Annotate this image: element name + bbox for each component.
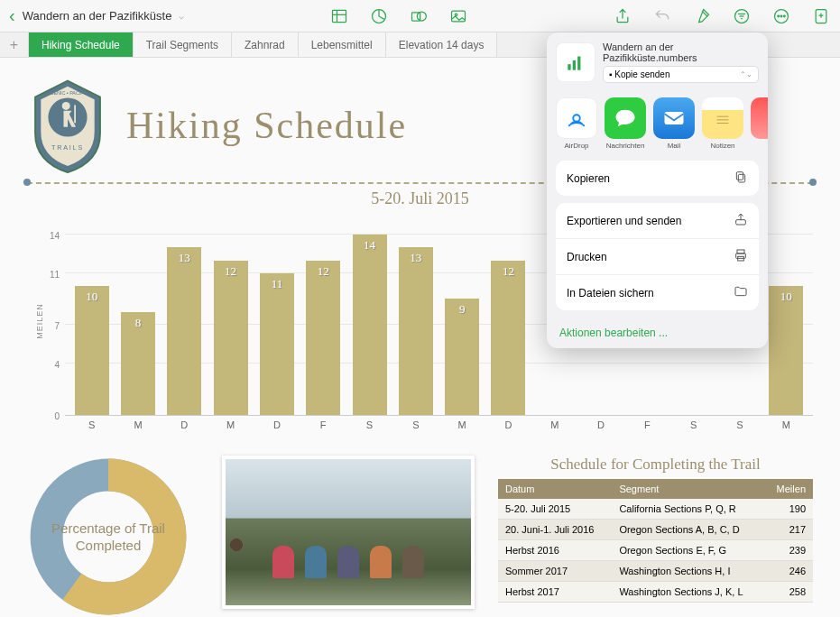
bar-column[interactable]: 8 [116,312,159,415]
x-tick: M [533,419,576,430]
person-figure [402,546,424,578]
table-cell: California Sections P, Q, R [612,499,764,520]
table-cell: Herbst 2016 [498,540,612,561]
bar-value: 8 [135,316,142,330]
mail-icon [653,97,695,139]
sheet-tab[interactable]: Zahnrad [232,32,299,57]
table-cell: Sommer 2017 [498,561,612,582]
select-chevrons-icon: ⌃⌄ [740,70,752,78]
person-figure [337,546,359,578]
bar-column[interactable]: 11 [255,273,298,415]
share-app-freeform[interactable]: Fr [751,97,768,150]
table-row[interactable]: Herbst 2016Oregon Sections E, F, G239 [498,540,813,561]
bar-value: 11 [272,277,283,291]
table-cell: 258 [765,582,813,603]
app-label: Mail [668,142,681,150]
document-title[interactable]: Wandern an der Pazifikküste [23,9,172,23]
y-tick: 14 [50,231,60,241]
export-icon [734,212,748,229]
sheet-tab[interactable]: Lebensmittel [299,32,386,57]
app-label: AirDrop [564,142,588,150]
more-icon[interactable] [771,6,791,26]
action-label: Drucken [567,251,607,263]
svg-rect-0 [332,10,346,22]
filter-icon[interactable] [732,6,752,26]
undo-icon[interactable] [652,6,672,26]
share-app-nachrichten[interactable]: Nachrichten [605,97,646,150]
bar-column[interactable]: 12 [302,261,345,415]
x-tick: D [579,419,622,430]
table-row[interactable]: Herbst 2017Washington Sections J, K, L25… [498,582,813,603]
nachrichten-icon [605,97,646,139]
y-tick: 0 [54,411,60,421]
y-axis-label: MEILEN [35,303,44,339]
share-action-export[interactable]: Exportieren und senden [556,203,759,239]
bar-column[interactable]: 12 [487,261,530,415]
person-figure [370,546,392,578]
doc-menu-chevron-icon[interactable]: ⌵ [179,11,184,21]
table-row[interactable]: Sommer 2017Washington Sections H, I246 [498,561,813,582]
add-sheet-button[interactable]: + [0,32,29,57]
table-cell: 5-20. Juli 2015 [498,499,612,520]
x-tick: S [718,419,761,430]
share-action-folder[interactable]: In Dateien sichern [556,275,759,310]
sheet-tab[interactable]: Hiking Schedule [29,32,134,57]
bar-value: 12 [503,264,514,279]
person-figure [305,546,327,578]
table-icon[interactable] [329,6,349,26]
table-row[interactable]: 5-20. Juli 2015California Sections P, Q,… [498,499,813,520]
format-brush-icon[interactable] [692,6,712,26]
share-action-copy[interactable]: Kopieren [556,161,759,196]
svg-rect-36 [736,220,746,225]
share-action-print[interactable]: Drucken [556,239,759,275]
shapes-icon[interactable] [409,6,429,26]
bar-value: 10 [86,290,97,304]
bar-value: 13 [410,251,421,265]
bar-value: 13 [179,251,190,265]
share-format-select[interactable]: ▪ Kopie senden ⌃⌄ [603,66,759,83]
app-label: Notizen [710,142,734,150]
bar-column[interactable]: 10 [765,286,808,415]
media-icon[interactable] [448,6,468,26]
action-label: In Dateien sichern [567,287,654,299]
sheet-tab[interactable]: Elevation 14 days [386,32,498,57]
copy-icon [734,170,748,187]
table-title: Schedule for Completing the Trail [498,456,813,474]
airdrop-icon [556,97,597,139]
bar-column[interactable]: 13 [394,247,437,415]
svg-rect-21 [74,106,76,124]
schedule-table[interactable]: DatumSegmentMeilen 5-20. Juli 2015Califo… [498,479,813,603]
share-app-notizen[interactable]: Notizen [702,97,743,150]
bar-column[interactable]: 14 [348,235,391,415]
x-tick: M [209,419,252,430]
chart-icon[interactable] [369,6,389,26]
donut-chart[interactable]: Percentage of Trail Completed [27,456,198,617]
sheet-tab[interactable]: Trail Segments [134,32,232,57]
bar-column[interactable]: 10 [70,286,113,415]
x-tick: S [394,419,437,430]
bar-column[interactable]: 9 [441,299,484,415]
table-cell: Herbst 2017 [498,582,612,603]
share-popover: Wandern an der Pazifikküste.numbers ▪ Ko… [547,32,768,348]
insert-icon[interactable] [811,6,831,26]
x-tick: S [672,419,715,430]
x-tick: M [441,419,484,430]
x-tick: D [487,419,530,430]
table-row[interactable]: 20. Juni-1. Juli 2016Oregon Sections A, … [498,520,813,540]
x-tick: D [163,419,206,430]
svg-point-29 [573,115,580,122]
share-app-airdrop[interactable]: AirDrop [556,97,597,150]
svg-rect-26 [568,64,570,70]
bar-column[interactable]: 13 [163,247,206,415]
svg-rect-30 [665,112,684,124]
edit-actions-link[interactable]: Aktionen bearbeiten ... [547,318,768,348]
back-chevron-icon[interactable]: ‹ [9,5,15,26]
share-icon[interactable] [613,6,632,26]
photo-placeholder[interactable] [222,456,475,609]
notizen-icon [702,97,743,139]
share-app-mail[interactable]: Mail [653,97,695,150]
bar-column[interactable]: 12 [209,261,252,415]
share-filename: Wandern an der Pazifikküste.numbers [603,41,759,63]
action-label: Exportieren und senden [567,215,681,227]
table-cell: Oregon Sections E, F, G [612,540,764,561]
